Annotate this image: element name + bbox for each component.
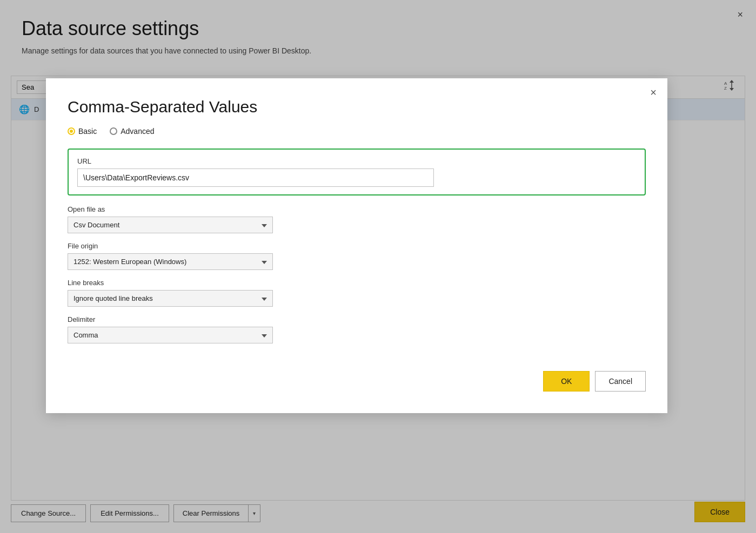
file-origin-dropdown[interactable]: 1252: Western European (Windows) [68,253,273,270]
file-origin-label: File origin [68,242,646,250]
line-breaks-value: Ignore quoted line breaks [73,294,153,302]
radio-group: Basic Advanced [68,127,646,136]
radio-advanced-dot [110,127,117,135]
modal-overlay: × Comma-Separated Values Basic Advanced … [0,0,756,533]
delimiter-chevron-icon [257,331,267,339]
file-origin-field: File origin 1252: Western European (Wind… [68,242,646,270]
delimiter-field: Delimiter Comma [68,315,646,343]
delimiter-label: Delimiter [68,315,646,323]
ok-button[interactable]: OK [543,371,590,392]
radio-basic-label: Basic [78,127,97,136]
url-section: URL [68,149,646,195]
line-breaks-field: Line breaks Ignore quoted line breaks [68,279,646,307]
open-file-as-chevron-icon [257,221,267,229]
line-breaks-chevron-icon [257,294,267,302]
cancel-button[interactable]: Cancel [595,371,646,392]
file-origin-chevron-icon [257,258,267,266]
radio-basic-dot [68,127,75,135]
modal-dialog: × Comma-Separated Values Basic Advanced … [46,78,667,413]
modal-footer: OK Cancel [68,354,646,392]
radio-basic[interactable]: Basic [68,127,97,136]
delimiter-dropdown[interactable]: Comma [68,327,273,343]
line-breaks-dropdown[interactable]: Ignore quoted line breaks [68,290,273,307]
modal-title: Comma-Separated Values [68,98,646,116]
open-file-as-label: Open file as [68,205,646,213]
outer-page: × Data source settings Manage settings f… [0,0,756,533]
open-file-as-field: Open file as Csv Document [68,205,646,233]
line-breaks-label: Line breaks [68,279,646,287]
modal-close-button[interactable]: × [650,87,657,98]
radio-advanced-label: Advanced [121,127,154,136]
delimiter-value: Comma [73,331,98,339]
open-file-as-value: Csv Document [73,221,119,229]
url-label: URL [77,157,636,165]
url-input[interactable] [77,168,434,187]
open-file-as-dropdown[interactable]: Csv Document [68,217,273,233]
file-origin-value: 1252: Western European (Windows) [73,258,186,266]
radio-advanced[interactable]: Advanced [110,127,154,136]
